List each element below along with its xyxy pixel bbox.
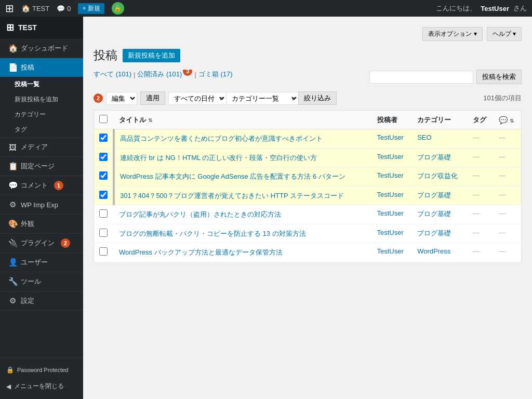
- comments-value: —: [499, 191, 506, 198]
- row-title-cell: 連続改行 br は NG！HTML の正しい改行・段落・空白行の使い方: [114, 148, 372, 167]
- row-checkbox[interactable]: [99, 134, 108, 142]
- filter-button[interactable]: 絞り込み: [298, 91, 337, 105]
- row-checkbox[interactable]: [99, 229, 108, 237]
- plugins-badge: 2: [61, 238, 70, 248]
- row-checkbox[interactable]: [99, 171, 108, 180]
- author-link[interactable]: TestUser: [377, 171, 404, 179]
- author-link[interactable]: TestUser: [377, 153, 404, 161]
- post-title-link[interactable]: ブログの無断転載・パクリ・コピーを防止する 13 の対策方法: [119, 230, 306, 237]
- help-button[interactable]: ヘルプ ▾: [487, 27, 522, 41]
- author-link[interactable]: TestUser: [377, 134, 404, 141]
- wp-logo-icon[interactable]: ⊞: [5, 2, 14, 15]
- admin-bar: ⊞ 🏠 TEST 💬 0 + 新規 🔒 こんにちは、 TestUser さん: [0, 0, 532, 17]
- date-filter-select[interactable]: すべての日付: [168, 92, 227, 105]
- search-input[interactable]: [369, 71, 473, 84]
- row-author-cell: TestUser: [372, 129, 413, 149]
- col-title-header[interactable]: タイトル ⇅: [114, 111, 372, 129]
- category-link[interactable]: SEO: [417, 134, 431, 141]
- apply-button[interactable]: 適用: [140, 91, 165, 105]
- post-title-link[interactable]: ブログ記事が丸パクリ（盗用）されたときの対応方法: [119, 210, 281, 218]
- table-row: 301？404？500？ブログ運営者が覚えておきたい HTTP ステータスコード…: [94, 186, 522, 205]
- post-title-link[interactable]: 高品質コンテンツを書くためにブログ初心者が意識すべきポイント: [120, 135, 323, 142]
- sidebar-item-posts[interactable]: 📄 投稿: [0, 58, 83, 77]
- post-title-link[interactable]: WordPress バックアップ方法と最適なデータ保管方法: [119, 248, 283, 256]
- author-link[interactable]: TestUser: [377, 191, 404, 198]
- sidebar-item-wp-imp-exp[interactable]: ⚙ WP Imp Exp: [0, 195, 83, 214]
- tags-value: —: [473, 171, 480, 179]
- comments-link[interactable]: 💬 0: [57, 5, 71, 12]
- post-title-link[interactable]: WordPress 記事本文内に Google AdSense 広告を配置する方…: [120, 172, 345, 180]
- row-comments-cell: —: [494, 224, 522, 243]
- category-link[interactable]: ブログ基礎: [417, 153, 451, 161]
- sidebar-item-password-protected[interactable]: 🔒 Password Protected: [0, 362, 83, 378]
- security-badge[interactable]: 🔒: [112, 2, 124, 15]
- row-comments-cell: —: [494, 205, 522, 224]
- sidebar-subitem-posts-list[interactable]: 投稿一覧: [0, 77, 83, 92]
- row-checkbox[interactable]: [99, 209, 108, 218]
- filter-all-link[interactable]: すべて (101): [94, 70, 131, 79]
- tools-icon: 🔧: [8, 277, 17, 286]
- sidebar-item-users[interactable]: 👤 ユーザー: [0, 253, 83, 272]
- dashboard-icon: 🏠: [8, 44, 17, 53]
- sidebar-item-plugins[interactable]: 🔌 プラグイン 2: [0, 234, 83, 252]
- sidebar-subitem-tags[interactable]: タグ: [0, 122, 83, 137]
- site-name[interactable]: 🏠 TEST: [21, 4, 49, 12]
- sidebar-item-appearance[interactable]: 🎨 外観: [0, 215, 83, 233]
- search-button[interactable]: 投稿を検索: [476, 70, 522, 84]
- row-title-cell: WordPress 記事本文内に Google AdSense 広告を配置する方…: [114, 167, 372, 187]
- author-link[interactable]: TestUser: [377, 247, 404, 255]
- sidebar-item-dashboard[interactable]: 🏠 ダッシュボード: [0, 39, 83, 58]
- sidebar-subitem-add-post[interactable]: 新規投稿を追加: [0, 92, 83, 107]
- author-link[interactable]: TestUser: [377, 229, 404, 236]
- table-row: 連続改行 br は NG！HTML の正しい改行・段落・空白行の使い方 Test…: [94, 148, 522, 167]
- sidebar-collapse-button[interactable]: ◀ メニューを閉じる: [0, 378, 83, 395]
- search-area: 投稿を検索: [369, 70, 522, 84]
- row-category-cell: ブログ基礎: [412, 205, 468, 224]
- col-comment-header: 💬 ⇅: [494, 111, 522, 129]
- sidebar-header[interactable]: ⊞ TEST: [0, 17, 83, 39]
- category-link[interactable]: WordPress: [417, 247, 450, 255]
- sidebar-subitem-categories[interactable]: カテゴリー: [0, 107, 83, 122]
- filter-trash-link[interactable]: ゴミ箱 (17): [198, 70, 233, 79]
- post-title-link[interactable]: 連続改行 br は NG！HTML の正しい改行・段落・空白行の使い方: [120, 154, 317, 162]
- row-title-cell: 301？404？500？ブログ運営者が覚えておきたい HTTP ステータスコード: [114, 186, 372, 205]
- display-options-button[interactable]: 表示オプション ▾: [422, 27, 482, 41]
- admin-username[interactable]: TestUser: [481, 5, 509, 12]
- filter-links: すべて (101) | 公開済み (101) 3 | ゴミ箱 (17): [94, 70, 369, 79]
- sidebar-item-media[interactable]: 🖼 メディア: [0, 138, 83, 156]
- row-author-cell: TestUser: [372, 205, 413, 224]
- row-checkbox[interactable]: [99, 153, 108, 161]
- row-comments-cell: —: [494, 148, 522, 167]
- new-content-button[interactable]: + 新規: [78, 3, 104, 14]
- sidebar-item-tools[interactable]: 🔧 ツール: [0, 272, 83, 291]
- comments-sidebar-icon: 💬: [8, 181, 17, 190]
- category-link[interactable]: ブログ収益化: [417, 172, 458, 180]
- row-category-cell: WordPress: [412, 243, 468, 262]
- row-checkbox[interactable]: [99, 191, 108, 199]
- sidebar: ⊞ TEST 🏠 ダッシュボード 📄 投稿 投稿一覧 新規投稿を追加 カテゴリー…: [0, 17, 83, 399]
- row-author-cell: TestUser: [372, 224, 413, 243]
- category-filter-select[interactable]: カテゴリー一覧: [226, 92, 299, 105]
- filter-published-link[interactable]: 公開済み (101): [137, 70, 182, 79]
- col-author-header: 投稿者: [372, 111, 413, 129]
- author-link[interactable]: TestUser: [377, 209, 404, 217]
- row-author-cell: TestUser: [372, 167, 413, 187]
- add-new-post-button[interactable]: 新規投稿を追加: [123, 49, 180, 62]
- pages-icon: 📋: [8, 162, 17, 171]
- sidebar-item-settings[interactable]: ⚙ 設定: [0, 291, 83, 310]
- row-title-cell: WordPress バックアップ方法と最適なデータ保管方法: [114, 243, 372, 262]
- row-tags-cell: —: [468, 186, 494, 205]
- post-title-link[interactable]: 301？404？500？ブログ運営者が覚えておきたい HTTP ステータスコード: [120, 192, 344, 200]
- main-content: 表示オプション ▾ ヘルプ ▾ 投稿 新規投稿を追加 投稿を検索 すべて (10…: [83, 17, 532, 399]
- sidebar-item-comments[interactable]: 💬 コメント 1: [0, 176, 83, 195]
- bulk-action-select[interactable]: 編集: [106, 92, 137, 105]
- row-checkbox[interactable]: [99, 247, 108, 256]
- category-link[interactable]: ブログ基礎: [417, 191, 451, 199]
- row-tags-cell: —: [468, 205, 494, 224]
- select-all-checkbox[interactable]: [99, 115, 108, 123]
- category-link[interactable]: ブログ基礎: [417, 210, 451, 218]
- category-link[interactable]: ブログ基礎: [417, 229, 451, 237]
- wp-imp-exp-icon: ⚙: [8, 200, 17, 209]
- sidebar-item-pages[interactable]: 📋 固定ページ: [0, 157, 83, 176]
- comments-value: —: [499, 209, 506, 217]
